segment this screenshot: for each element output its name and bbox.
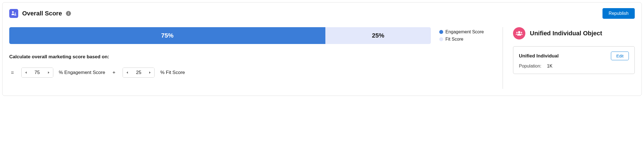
stepper-increment-icon[interactable] [45, 68, 53, 77]
svg-point-1 [15, 13, 16, 14]
score-bar: 75% 25% [9, 27, 431, 44]
overall-score-icon [9, 9, 18, 18]
formula-label: Calculate overall marketing score based … [9, 54, 490, 60]
info-icon[interactable]: i [66, 11, 71, 16]
population-label: Population: [519, 64, 541, 69]
fit-stepper[interactable] [123, 68, 155, 78]
fit-bar-segment: 25% [325, 27, 431, 44]
svg-point-2 [518, 31, 520, 33]
engagement-bar-segment: 75% [9, 27, 325, 44]
score-row: 75% 25% Engagement Score Fit Score [9, 27, 490, 44]
engagement-formula-text: % Engagement Score [59, 70, 105, 75]
svg-point-4 [521, 32, 522, 33]
svg-point-3 [516, 32, 518, 33]
legend-engagement-label: Engagement Score [445, 29, 484, 34]
engagement-value-input[interactable] [30, 70, 45, 75]
formula-row: = % Engagement Score + [9, 68, 490, 78]
fit-formula-text: % Fit Score [160, 70, 185, 75]
unified-header: Unified Individual Object [513, 27, 635, 40]
card-body: 75% 25% Engagement Score Fit Score [9, 27, 635, 89]
left-section: 75% 25% Engagement Score Fit Score [9, 27, 494, 89]
republish-button[interactable]: Republish [602, 8, 635, 19]
legend-fit-label: Fit Score [445, 37, 463, 42]
population-value: 1K [547, 64, 553, 69]
engagement-bar-label: 75% [161, 32, 174, 39]
plus-sign: + [111, 70, 117, 76]
unified-card-header: Unified Individual Edit [519, 52, 629, 60]
fit-value-input[interactable] [131, 70, 146, 75]
section-divider [503, 27, 503, 89]
engagement-stepper[interactable] [21, 68, 53, 78]
stepper-decrement-icon[interactable] [123, 68, 131, 77]
overall-score-card: Overall Score i Republish 75% 25% [2, 2, 642, 96]
legend-item-fit: Fit Score [439, 37, 490, 42]
fit-bar-label: 25% [372, 32, 384, 39]
engagement-dot-icon [439, 30, 443, 34]
unified-individual-card: Unified Individual Edit Population: 1K [513, 46, 635, 74]
card-header: Overall Score i Republish [9, 8, 635, 19]
population-row: Population: 1K [519, 64, 629, 69]
edit-button[interactable]: Edit [611, 52, 629, 60]
header-left: Overall Score i [9, 9, 71, 18]
legend: Engagement Score Fit Score [439, 29, 490, 42]
page-title: Overall Score [22, 10, 62, 17]
fit-dot-icon [439, 37, 443, 41]
stepper-decrement-icon[interactable] [22, 68, 30, 77]
equals-sign: = [9, 70, 16, 76]
right-section: Unified Individual Object Unified Indivi… [511, 27, 635, 89]
unified-panel-title: Unified Individual Object [530, 30, 602, 37]
legend-item-engagement: Engagement Score [439, 29, 490, 34]
svg-point-0 [12, 11, 14, 13]
people-group-icon [513, 27, 525, 40]
unified-card-title: Unified Individual [519, 53, 559, 59]
stepper-increment-icon[interactable] [146, 68, 154, 77]
